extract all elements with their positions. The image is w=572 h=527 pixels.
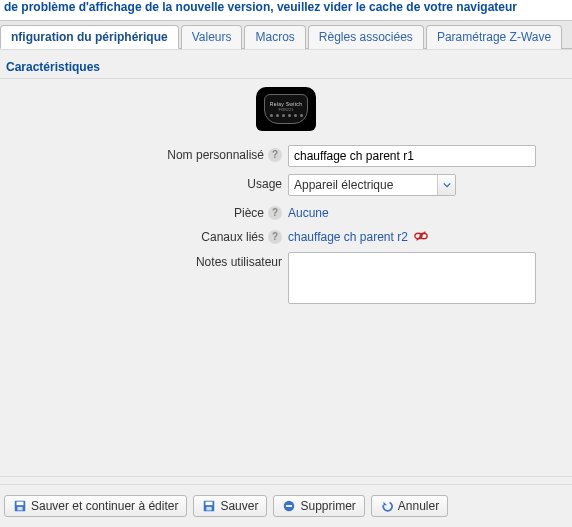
- row-usage: Usage Appareil électrique: [8, 174, 564, 196]
- save-button[interactable]: Sauver: [193, 495, 267, 517]
- svg-rect-4: [17, 502, 24, 506]
- label-custom-name: Nom personnalisé: [167, 148, 264, 162]
- top-notice: de problème d'affichage de la nouvelle v…: [0, 0, 572, 21]
- section-characteristics: Caractéristiques: [0, 54, 572, 79]
- row-user-notes: Notes utilisateur: [8, 252, 564, 307]
- content-area: Caractéristiques Relay Switch FGS221 Nom…: [0, 49, 572, 494]
- minus-circle-icon: [282, 499, 296, 513]
- svg-rect-7: [206, 502, 213, 506]
- device-image: Relay Switch FGS221: [0, 79, 572, 141]
- unlink-icon[interactable]: [414, 230, 428, 245]
- linked-channel-link[interactable]: chauffage ch parent r2: [288, 230, 408, 244]
- save-icon: [13, 499, 27, 513]
- label-linked-channels: Canaux liés: [201, 230, 264, 244]
- row-room: Pièce ? Aucune: [8, 203, 564, 220]
- device-icon: Relay Switch FGS221: [256, 87, 316, 131]
- user-notes-input[interactable]: [288, 252, 536, 304]
- usage-select[interactable]: Appareil électrique: [288, 174, 456, 196]
- save-and-continue-button[interactable]: Sauver et continuer à éditer: [4, 495, 187, 517]
- help-icon[interactable]: ?: [268, 206, 282, 220]
- save-icon: [202, 499, 216, 513]
- svg-rect-10: [286, 505, 292, 507]
- tab-zwave-config[interactable]: Paramétrage Z-Wave: [426, 25, 562, 49]
- custom-name-input[interactable]: [288, 145, 536, 167]
- help-icon[interactable]: ?: [268, 230, 282, 244]
- device-text2: FGS221: [279, 107, 294, 112]
- tab-device-config[interactable]: nfiguration du périphérique: [0, 25, 179, 49]
- svg-rect-5: [17, 507, 22, 511]
- button-bar: Sauver et continuer à éditer Sauver Supp…: [0, 484, 572, 527]
- tab-values[interactable]: Valeurs: [181, 25, 243, 49]
- tab-rules[interactable]: Règles associées: [308, 25, 424, 49]
- row-custom-name: Nom personnalisé ?: [8, 145, 564, 167]
- delete-button[interactable]: Supprimer: [273, 495, 364, 517]
- label-usage: Usage: [247, 177, 282, 191]
- section-characteristics-label: Caractéristiques: [6, 60, 100, 74]
- svg-rect-8: [207, 507, 212, 511]
- help-icon[interactable]: ?: [268, 148, 282, 162]
- label-room: Pièce: [234, 206, 264, 220]
- undo-icon: [380, 499, 394, 513]
- chevron-down-icon[interactable]: [437, 175, 455, 195]
- tab-macros[interactable]: Macros: [244, 25, 305, 49]
- usage-select-value: Appareil électrique: [289, 175, 437, 195]
- room-link[interactable]: Aucune: [288, 206, 329, 220]
- cancel-button[interactable]: Annuler: [371, 495, 448, 517]
- row-linked-channels: Canaux liés ? chauffage ch parent r2: [8, 227, 564, 245]
- label-user-notes: Notes utilisateur: [196, 255, 282, 269]
- form-area: Nom personnalisé ? Usage Appareil électr…: [0, 141, 572, 326]
- tab-strip: nfiguration du périphérique Valeurs Macr…: [0, 21, 572, 49]
